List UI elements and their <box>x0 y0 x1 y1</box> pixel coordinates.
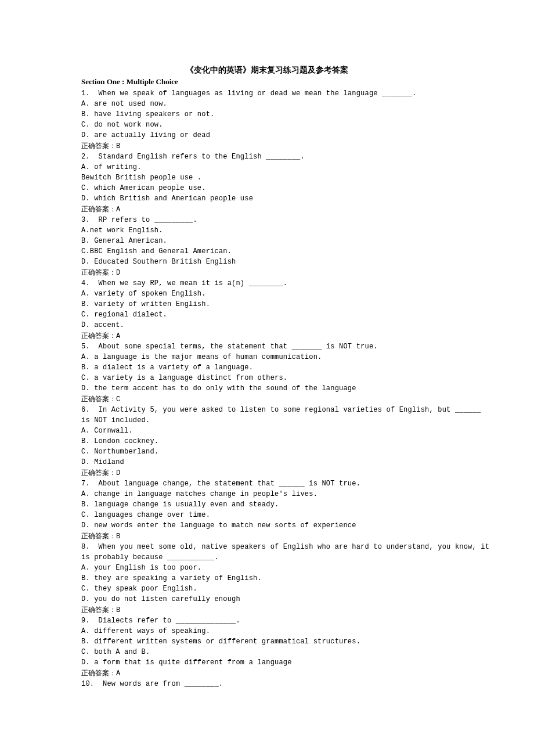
page-title: 《变化中的英语》期末复习练习题及参考答案 <box>81 65 453 75</box>
question-stem: 1. When we speak of languages as living … <box>81 88 453 99</box>
question-option: B. they are speaking a variety of Englis… <box>81 573 453 584</box>
question-option: C.BBC English and General American. <box>81 246 453 257</box>
section-title: Section One : Multiple Choice <box>81 77 453 87</box>
question-option: C. a variety is a language distinct from… <box>81 373 453 383</box>
question-option: A. are not used now. <box>81 99 453 109</box>
question-option: A. your English is too poor. <box>81 563 453 573</box>
question-option: B. variety of written English. <box>81 299 453 309</box>
question-stem: 9. Dialects refer to ______________. <box>81 615 453 626</box>
question-option: D. a form that is quite different from a… <box>81 657 453 668</box>
answer-value: D <box>116 469 120 477</box>
answer-label: 正确答案： <box>81 142 116 150</box>
question-stem-cont: is probably because ___________. <box>81 552 453 563</box>
question-option: D. accent. <box>81 320 453 330</box>
question-option: C. both A and B. <box>81 647 453 657</box>
question-option: C. which American people use. <box>81 183 453 193</box>
question-option: D. are actually living or dead <box>81 130 453 141</box>
answer-label: 正确答案： <box>81 268 116 276</box>
question-option: A. different ways of speaking. <box>81 626 453 636</box>
question-answer: 正确答案：B <box>81 531 453 542</box>
question-option: C. Northumberland. <box>81 447 453 457</box>
question-option: A. a language is the major means of huma… <box>81 352 453 362</box>
answer-value: A <box>116 332 120 340</box>
question-option: D. you do not listen carefully enough <box>81 594 453 604</box>
question-answer: 正确答案：A <box>81 330 453 341</box>
answer-label: 正确答案： <box>81 205 116 213</box>
answer-value: B <box>116 606 120 614</box>
question-option: B. a dialect is a variety of a language. <box>81 362 453 373</box>
question-answer: 正确答案：A <box>81 668 453 679</box>
question-stem: 4. When we say RP, we mean it is a(n) __… <box>81 278 453 289</box>
answer-value: C <box>116 395 120 404</box>
question-option: A. change in language matches change in … <box>81 489 453 499</box>
question-stem: 7. About language change, the statement … <box>81 478 453 489</box>
question-answer: 正确答案：A <box>81 204 453 215</box>
answer-label: 正确答案： <box>81 532 116 540</box>
question-option: A. Cornwall. <box>81 426 453 436</box>
answer-label: 正确答案： <box>81 395 116 403</box>
question-option: A. variety of spoken English. <box>81 289 453 299</box>
question-list: 1. When we speak of languages as living … <box>81 88 453 689</box>
question-option: C. they speak poor English. <box>81 584 453 594</box>
question-stem: 2. Standard English refers to the Englis… <box>81 152 453 162</box>
question-answer: 正确答案：C <box>81 394 453 405</box>
question-answer: 正确答案：D <box>81 467 453 478</box>
document-page: 《变化中的英语》期末复习练习题及参考答案 Section One : Multi… <box>0 0 534 756</box>
question-stem: 10. New words are from ________. <box>81 679 453 689</box>
answer-value: A <box>116 206 120 214</box>
question-option: D. the term accent has to do only with t… <box>81 383 453 394</box>
question-option: C. regional dialect. <box>81 309 453 320</box>
question-stem: 3. RP refers to _________. <box>81 215 453 225</box>
question-option: C. do not work now. <box>81 120 453 130</box>
question-option: D. new words enter the language to match… <box>81 520 453 531</box>
question-option: D. which British and American people use <box>81 193 453 204</box>
question-option: B. General American. <box>81 236 453 246</box>
question-stem: 6. In Activity 5, you were asked to list… <box>81 405 453 415</box>
answer-label: 正确答案： <box>81 469 116 477</box>
question-option: D. Educated Southern British English <box>81 257 453 267</box>
answer-label: 正确答案： <box>81 332 116 340</box>
question-option: B. language change is usually even and s… <box>81 499 453 510</box>
question-stem-cont: is NOT included. <box>81 415 453 426</box>
answer-label: 正确答案： <box>81 606 116 614</box>
question-option: D. Midland <box>81 457 453 467</box>
question-option: A. of writing. <box>81 162 453 172</box>
question-option: Bewitch British people use . <box>81 172 453 183</box>
answer-value: B <box>116 142 120 150</box>
question-option: B. London cockney. <box>81 436 453 447</box>
answer-label: 正确答案： <box>81 669 116 677</box>
question-answer: 正确答案：D <box>81 267 453 278</box>
answer-value: D <box>116 269 120 277</box>
question-option: B. different written systems or differen… <box>81 636 453 647</box>
question-option: C. languages change over time. <box>81 510 453 520</box>
answer-value: B <box>116 532 120 541</box>
question-stem: 8. When you meet some old, native speake… <box>81 542 453 552</box>
question-option: A.net work English. <box>81 225 453 236</box>
question-answer: 正确答案：B <box>81 604 453 615</box>
question-answer: 正确答案：B <box>81 141 453 152</box>
answer-value: A <box>116 669 120 678</box>
question-stem: 5. About some special terms, the stateme… <box>81 341 453 352</box>
question-option: B. have living speakers or not. <box>81 109 453 120</box>
